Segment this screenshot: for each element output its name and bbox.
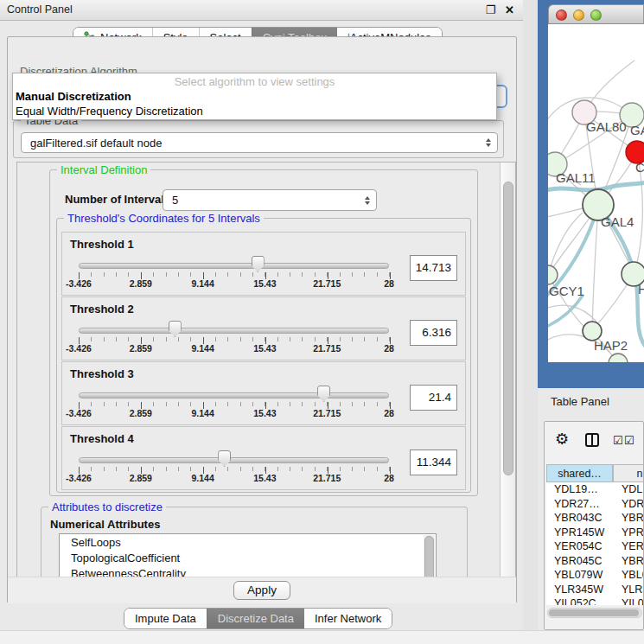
table-row[interactable]: YBR043CYBR0 [546, 511, 644, 526]
node-label-gcy1: GCY1 [549, 284, 584, 298]
table-horizontal-scrollbar[interactable] [547, 608, 642, 618]
table-data-group: Table Data galFiltered.sif default node [13, 120, 504, 158]
table-row[interactable]: YDR27…YDR2 [546, 497, 644, 512]
table-cell[interactable]: YLR3 [613, 583, 644, 597]
table-cell[interactable]: YPR1 [613, 526, 644, 540]
tick-label: 28 [384, 473, 394, 483]
threshold-4-value-field[interactable]: 11.344 [410, 450, 457, 475]
tick-label: 28 [384, 343, 394, 354]
gear-icon[interactable]: ⚙ [555, 430, 569, 449]
node-label-hap2: HAP2 [594, 338, 628, 353]
minimize-traffic-light-icon[interactable] [573, 10, 584, 21]
table-row[interactable]: YBR045CYBR0 [546, 554, 644, 569]
tick-label: 9.144 [191, 278, 214, 289]
threshold-3-box: Threshold 3 -3.4262.8599.14415.4321.7152… [61, 361, 466, 425]
column-header-shared-name[interactable]: shared… [546, 464, 613, 482]
columns-icon[interactable] [585, 433, 599, 447]
settings-vertical-scrollbar[interactable] [500, 163, 515, 577]
dropdown-prompt-item[interactable]: Select algorithm to view settings [13, 75, 496, 88]
table-cell[interactable]: YER054C [546, 539, 613, 554]
combo-arrows-icon [486, 138, 491, 147]
table-row[interactable]: YLR345WYLR3 [546, 583, 644, 597]
table-data-combobox-value: galFiltered.sif default node [30, 133, 162, 153]
network-window-titlebar[interactable] [548, 4, 644, 24]
node-table-subpanel: ⚙ ☑ ☑ shared… n YDL19…YDL1YDR27…YDR2YBR0… [544, 421, 644, 630]
tab-infer-network-label: Infer Network [315, 612, 381, 625]
node-label-gal80: GAL80 [586, 119, 627, 134]
column-header-name[interactable]: n [613, 464, 644, 482]
scrollbar-thumb[interactable] [503, 182, 513, 475]
scrollbar-thumb[interactable] [549, 609, 639, 616]
table-cell[interactable]: YPR145W [546, 526, 613, 540]
tick-label: 15.43 [253, 278, 276, 289]
threshold-1-slider-thumb[interactable] [252, 256, 265, 272]
tick-label: -3.426 [66, 408, 92, 418]
slider-ticks [79, 402, 390, 406]
threshold-2-value-field[interactable]: 6.316 [410, 320, 457, 346]
scrollbar-thumb[interactable] [424, 536, 434, 577]
table-row[interactable]: YBL079WYBL0 [546, 568, 644, 583]
table-cell[interactable]: YBR045C [546, 554, 613, 569]
threshold-3-slider-track[interactable] [79, 392, 389, 399]
threshold-3-value-field[interactable]: 21.4 [410, 385, 457, 411]
checkbox-icon[interactable]: ☑ [613, 434, 623, 447]
node-gcy1[interactable] [548, 265, 558, 284]
close-traffic-light-icon[interactable] [556, 10, 567, 21]
node-label-h: H [638, 282, 644, 296]
table-cell[interactable]: YDL19… [546, 482, 613, 497]
table-cell[interactable]: YBL0 [613, 568, 644, 583]
dropdown-item-equal-width-frequency[interactable]: Equal Width/Frequency Discretization [16, 105, 203, 118]
attribute-list-scrollbar[interactable] [424, 535, 435, 577]
threshold-3-slider-thumb[interactable] [317, 386, 330, 402]
settings-scrollpane: Interval Definition Number of Intervals … [16, 162, 516, 577]
attribute-list-item[interactable]: BetweennessCentrality [60, 565, 436, 577]
table-row[interactable]: YER054CYER0 [546, 539, 644, 554]
table-cell[interactable]: YIL0 [613, 596, 644, 605]
table-data-combobox[interactable]: galFiltered.sif default node [21, 132, 498, 153]
tick-label: 2.859 [130, 343, 152, 354]
table-cell[interactable]: YBL079W [546, 568, 613, 583]
table-cell[interactable]: YLR345W [546, 583, 613, 597]
threshold-4-slider-thumb[interactable] [218, 450, 231, 467]
attributes-to-discretize-group: Attributes to discretize Numerical Attri… [41, 507, 468, 577]
table-cell[interactable]: YDR2 [613, 497, 644, 512]
apply-button[interactable]: Apply [233, 581, 290, 600]
float-window-icon[interactable]: ❐ [486, 3, 496, 16]
table-cell[interactable]: YIL052C [546, 596, 613, 605]
threshold-4-slider-track[interactable] [79, 457, 389, 463]
tab-infer-network[interactable]: Infer Network [304, 609, 392, 628]
table-cell[interactable]: YBR0 [613, 554, 644, 569]
close-window-icon[interactable]: ✕ [505, 3, 514, 16]
table-row[interactable]: YDL19…YDL1 [546, 482, 644, 497]
slider-tick-labels: -3.4262.8599.14415.4321.71528 [79, 408, 389, 418]
table-row[interactable]: YPR145WYPR1 [546, 526, 644, 540]
tick-label: -3.426 [66, 343, 92, 354]
interval-definition-title: Interval Definition [57, 163, 150, 176]
numerical-attributes-list[interactable]: SelfLoopsTopologicalCoefficientBetweenne… [59, 533, 437, 577]
threshold-1-value-field[interactable]: 14.713 [410, 255, 457, 281]
threshold-1-slider-track[interactable] [79, 263, 389, 269]
threshold-2-slider-track[interactable] [79, 328, 389, 334]
table-row[interactable]: YIL052CYIL0 [546, 596, 644, 605]
dropdown-item-manual-discretization[interactable]: Manual Discretization [16, 90, 131, 103]
control-panel-titlebar: Control Panel ❐ ✕ [0, 0, 523, 21]
number-of-intervals-value: 5 [172, 190, 178, 210]
table-cell[interactable]: YDR27… [546, 497, 613, 512]
attribute-list-item[interactable]: SelfLoops [60, 534, 436, 550]
table-cell[interactable]: YDL1 [613, 482, 644, 497]
table-cell[interactable]: YBR043C [546, 511, 613, 526]
checkbox-icon[interactable]: ☑ [624, 434, 634, 447]
number-of-intervals-combobox[interactable]: 5 [163, 189, 377, 211]
attribute-list-item[interactable]: TopologicalCoefficient [60, 550, 436, 565]
tab-impute-data[interactable]: Impute Data [124, 609, 207, 628]
maximize-traffic-light-icon[interactable] [590, 10, 602, 21]
network-view-canvas[interactable]: GAL80 GA C GAL11 GAL4 GCY1 H HAP2 [548, 24, 644, 362]
table-rows[interactable]: YDL19…YDL1YDR27…YDR2YBR043CYBR0YPR145WYP… [546, 482, 644, 605]
thresholds-group: Threshold's Coordinates for 5 Intervals … [56, 218, 471, 493]
threshold-2-slider-thumb[interactable] [169, 321, 182, 337]
threshold-2-label: Threshold 2 [70, 303, 134, 316]
table-cell[interactable]: YER0 [613, 539, 644, 554]
network-nodes[interactable] [548, 100, 644, 362]
table-cell[interactable]: YBR0 [613, 511, 644, 526]
tab-discretize-data[interactable]: Discretize Data [207, 609, 304, 628]
